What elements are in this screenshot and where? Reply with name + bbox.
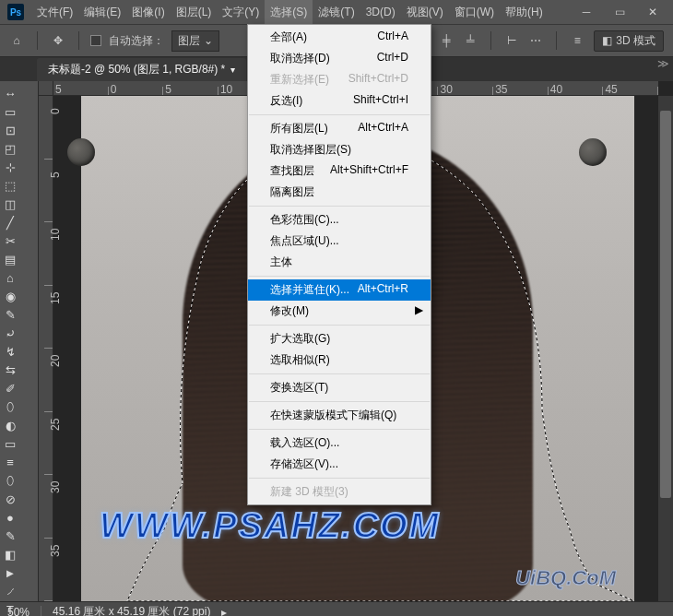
menu-command[interactable]: 隔离图层 — [248, 182, 431, 203]
menu-separator — [249, 401, 430, 402]
tool-button[interactable]: ● — [2, 509, 18, 526]
wall-bolt — [67, 138, 95, 166]
tool-button[interactable]: ⊘ — [2, 491, 18, 507]
tool-button[interactable]: ⬚ — [2, 177, 18, 194]
ruler-tick: 0 — [39, 96, 53, 160]
menu-command[interactable]: 查找图层Alt+Shift+Ctrl+F — [248, 160, 431, 182]
menu-command[interactable]: 存储选区(V)... — [248, 454, 431, 475]
menu-command[interactable]: 反选(I)Shift+Ctrl+I — [248, 90, 431, 112]
menu-command[interactable]: 在快速蒙版模式下编辑(Q) — [248, 405, 431, 426]
menu-command[interactable]: 扩大选取(G) — [248, 328, 431, 349]
status-dropdown-icon[interactable]: ▸ — [221, 606, 227, 617]
tool-button[interactable]: ◐ — [2, 417, 18, 433]
tool-button[interactable]: ⌂ — [2, 269, 18, 286]
menu-item[interactable]: 图层(L) — [171, 0, 218, 24]
tool-button[interactable]: ◉ — [2, 288, 18, 304]
align-left-icon[interactable]: ⊢ — [504, 33, 519, 48]
menu-command-label: 主体 — [270, 255, 292, 270]
tool-button[interactable]: ⟋ — [2, 583, 18, 599]
tool-button[interactable]: ✐ — [2, 380, 18, 397]
menu-command-label: 新建 3D 模型(3) — [270, 484, 348, 500]
tool-button[interactable]: ⬯ — [2, 472, 18, 489]
menu-shortcut: Ctrl+A — [377, 30, 408, 45]
menu-shortcut: Alt+Shift+Ctrl+F — [330, 163, 408, 179]
wall-bolt — [579, 138, 607, 166]
ruler-tick: 0 — [109, 81, 164, 95]
ruler-vertical: 05101520253035 — [39, 96, 53, 601]
tool-button[interactable]: ✂ — [2, 232, 18, 249]
tool-button[interactable]: ⤾ — [2, 325, 18, 341]
mode-3d-label: 3D 模式 — [616, 33, 655, 49]
scrollbar-thumb[interactable] — [660, 111, 671, 498]
tool-button[interactable]: ⬯ — [2, 398, 18, 415]
menu-command[interactable]: 取消选择图层(S) — [248, 139, 431, 160]
tool-button[interactable]: T — [2, 601, 18, 616]
tool-button[interactable]: ◰ — [2, 140, 18, 157]
menu-command[interactable]: 取消选择(D)Ctrl+D — [248, 48, 431, 69]
menu-command[interactable]: 所有图层(L)Alt+Ctrl+A — [248, 118, 431, 139]
menu-command[interactable]: 色彩范围(C)... — [248, 209, 431, 231]
document-tab[interactable]: 未标题-2 @ 50% (图层 1, RGB/8#) * ▾ — [37, 58, 246, 81]
menu-item[interactable]: 编辑(E) — [78, 0, 126, 24]
menu-item[interactable]: 文件(F) — [31, 0, 78, 24]
menu-item[interactable]: 图像(I) — [126, 0, 170, 24]
tool-button[interactable]: ▭ — [2, 435, 18, 452]
distribute-icon[interactable]: ≡ — [570, 33, 584, 48]
tool-button[interactable]: ▭ — [2, 103, 18, 120]
menu-item[interactable]: 视图(V) — [401, 0, 449, 24]
menu-command[interactable]: 变换选区(T) — [248, 377, 431, 398]
menu-command[interactable]: 主体 — [248, 252, 431, 273]
menu-separator — [249, 373, 430, 374]
align-middle-icon[interactable]: ╪ — [439, 33, 454, 48]
tool-button[interactable]: ✎ — [2, 527, 18, 544]
more-icon[interactable]: ⋯ — [528, 33, 543, 48]
submenu-arrow-icon: ▶ — [415, 303, 423, 316]
window-close[interactable]: ✕ — [640, 3, 666, 21]
tools-panel: ↔▭⊡◰⊹⬚◫╱✂▤⌂◉✎⤾↯⇆✐⬯◐▭≡⬯⊘●✎◧►⟋T⬚◫⬯✋⬯Q⬯…⬯⋯◻… — [0, 81, 39, 601]
ruler-tick: 25 — [39, 412, 53, 476]
menu-shortcut: Ctrl+D — [377, 51, 408, 66]
menu-command[interactable]: 修改(M)▶ — [248, 301, 431, 322]
document-info: 45.16 厘米 x 45.19 厘米 (72 ppi) — [53, 604, 210, 616]
watermark-uibq: UiBQ.CoM — [515, 566, 616, 590]
tool-button[interactable]: ▤ — [2, 251, 18, 267]
menu-item[interactable]: 选择(S) — [265, 0, 313, 24]
tool-button[interactable]: ⊡ — [2, 122, 18, 138]
tool-button[interactable]: ◫ — [2, 195, 18, 212]
tool-button[interactable]: ◧ — [2, 546, 18, 563]
layer-dropdown-label: 图层 — [178, 33, 200, 49]
tool-button[interactable]: ⊹ — [2, 159, 18, 175]
layer-dropdown[interactable]: 图层 ⌄ — [171, 30, 219, 52]
panel-collapse-icon[interactable]: ≫ — [657, 57, 669, 70]
tool-button[interactable]: ≡ — [2, 454, 18, 470]
tool-button[interactable]: ⇆ — [2, 361, 18, 378]
tool-button[interactable]: ► — [2, 564, 18, 581]
menu-command: 新建 3D 模型(3) — [248, 481, 431, 503]
menu-item[interactable]: 滤镜(T) — [313, 0, 360, 24]
home-icon[interactable]: ⌂ — [7, 31, 26, 50]
mode-3d-button[interactable]: ◧ 3D 模式 — [594, 30, 664, 52]
tool-button[interactable]: ↯ — [2, 343, 18, 360]
auto-select-checkbox[interactable] — [90, 35, 101, 46]
menu-command[interactable]: 全部(A)Ctrl+A — [248, 27, 431, 48]
menu-item[interactable]: 窗口(W) — [449, 0, 500, 24]
tool-button[interactable]: ✎ — [2, 306, 18, 323]
menu-command[interactable]: 选择并遮住(K)...Alt+Ctrl+R — [248, 279, 431, 301]
watermark-psahz: WWW.PSAHZ.COM — [100, 506, 440, 546]
menu-command-label: 反选(I) — [270, 93, 302, 109]
menu-item[interactable]: 文字(Y) — [217, 0, 265, 24]
align-bottom-icon[interactable]: ╧ — [463, 33, 478, 48]
menu-bar: 文件(F)编辑(E)图像(I)图层(L)文字(Y)选择(S)滤镜(T)3D(D)… — [31, 0, 549, 24]
tool-button[interactable]: ↔ — [2, 85, 18, 101]
menu-command[interactable]: 焦点区域(U)... — [248, 231, 431, 252]
move-tool-icon: ✥ — [49, 31, 67, 50]
tool-button[interactable]: ╱ — [2, 214, 18, 231]
window-minimize[interactable]: ─ — [573, 3, 599, 21]
menu-command[interactable]: 载入选区(O)... — [248, 432, 431, 454]
menu-command[interactable]: 选取相似(R) — [248, 349, 431, 371]
menu-item[interactable]: 3D(D) — [360, 0, 401, 24]
window-maximize[interactable]: ▭ — [607, 3, 632, 21]
menu-item[interactable]: 帮助(H) — [500, 0, 549, 24]
document-tab-title: 未标题-2 @ 50% (图层 1, RGB/8#) * — [48, 62, 225, 77]
scrollbar-vertical[interactable] — [658, 96, 673, 601]
